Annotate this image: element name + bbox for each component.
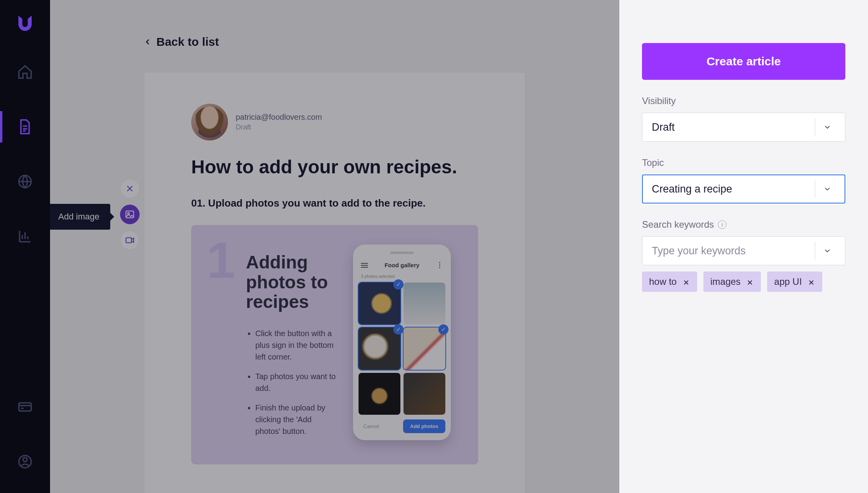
svg-rect-6 xyxy=(126,238,131,243)
author-avatar xyxy=(191,104,228,140)
add-video-button[interactable] xyxy=(120,230,140,250)
add-image-button[interactable] xyxy=(120,205,140,224)
content-bullet: Click the button with a plus sign in the… xyxy=(255,327,337,363)
author-row: patricia@foodlovers.com Draft xyxy=(191,104,478,140)
chevron-down-icon xyxy=(819,185,836,193)
visibility-label: Visibility xyxy=(642,95,845,106)
remove-tag-icon[interactable] xyxy=(746,278,754,286)
nav-document[interactable] xyxy=(0,111,50,142)
select-divider xyxy=(815,118,815,136)
keyword-tags: how to images app UI xyxy=(642,272,845,292)
phone-photo-cell xyxy=(404,373,445,415)
article-card: patricia@foodlovers.com Draft How to add… xyxy=(144,72,525,493)
hamburger-icon xyxy=(361,263,368,268)
phone-photo-cell xyxy=(359,373,400,415)
content-number: 1 xyxy=(207,235,235,286)
phone-photo-cell xyxy=(359,327,400,369)
main-area: Back to list patricia@foodlovers.com Dra… xyxy=(50,0,619,493)
nav-card[interactable] xyxy=(0,391,50,423)
select-divider xyxy=(815,180,815,198)
keyword-tag: app UI xyxy=(767,272,822,292)
content-bullet-list: Click the button with a plus sign in the… xyxy=(246,327,337,437)
phone-header-title: Food gallery xyxy=(384,262,419,268)
topic-label: Topic xyxy=(642,157,845,168)
nav-profile[interactable] xyxy=(0,446,50,477)
phone-photo-cell xyxy=(404,327,445,369)
select-divider xyxy=(815,242,815,260)
keywords-label: Search keywords i xyxy=(642,219,845,230)
keywords-field: Search keywords i Type your keywords how… xyxy=(642,219,845,292)
topic-value: Creating a recipe xyxy=(652,183,815,195)
topic-select[interactable]: Creating a recipe xyxy=(642,175,845,203)
phone-photo-cell xyxy=(359,282,400,324)
chevron-left-icon xyxy=(144,35,152,49)
nav-items xyxy=(0,56,50,391)
create-article-button[interactable]: Create article xyxy=(642,43,845,80)
nav-globe[interactable] xyxy=(0,166,50,197)
float-tools xyxy=(120,179,140,250)
topic-field: Topic Creating a recipe xyxy=(642,157,845,203)
settings-panel: Create article Visibility Draft Topic Cr… xyxy=(619,0,868,493)
keyword-tag: images xyxy=(703,272,761,292)
svg-rect-4 xyxy=(126,211,134,218)
nav-bottom xyxy=(0,391,50,493)
chevron-down-icon xyxy=(819,123,836,131)
back-label: Back to list xyxy=(156,35,219,49)
phone-notch xyxy=(390,252,414,254)
keyword-tag-label: images xyxy=(710,276,741,287)
phone-photo-grid xyxy=(359,282,445,415)
remove-tag-icon[interactable] xyxy=(682,278,690,286)
nav-analytics[interactable] xyxy=(0,221,50,252)
svg-point-3 xyxy=(23,458,27,462)
nav-home[interactable] xyxy=(0,56,50,88)
keywords-input[interactable]: Type your keywords xyxy=(642,236,845,265)
phone-add-button: Add photos xyxy=(403,419,445,433)
section-header: 01. Upload photos you want to add to the… xyxy=(191,197,478,209)
visibility-field: Visibility Draft xyxy=(642,95,845,142)
author-status: Draft xyxy=(236,123,322,131)
remove-tag-icon[interactable] xyxy=(807,278,815,286)
back-to-list-link[interactable]: Back to list xyxy=(144,35,525,49)
add-image-tooltip: Add image xyxy=(50,204,110,230)
phone-photo-cell xyxy=(404,282,445,324)
visibility-select[interactable]: Draft xyxy=(642,113,845,142)
content-card-title: Adding photos to recipes xyxy=(246,252,337,312)
article-title: How to add your own recipes. xyxy=(191,156,478,178)
keywords-label-text: Search keywords xyxy=(642,219,714,230)
keywords-placeholder: Type your keywords xyxy=(652,245,815,257)
chevron-down-icon xyxy=(819,246,836,255)
logo-icon xyxy=(14,12,36,33)
sidebar xyxy=(0,0,50,493)
close-tool-button[interactable] xyxy=(120,179,140,198)
phone-mockup: Food gallery 3 photos selected xyxy=(353,245,451,440)
visibility-value: Draft xyxy=(652,121,815,133)
content-card: 1 Adding photos to recipes Click the but… xyxy=(191,225,478,464)
phone-cancel-button: Cancel xyxy=(359,420,384,432)
content-bullet: Tap photos you want to add. xyxy=(255,371,337,394)
keyword-tag-label: how to xyxy=(649,276,677,287)
author-email: patricia@foodlovers.com xyxy=(236,113,322,122)
keyword-tag-label: app UI xyxy=(774,276,802,287)
kebab-icon xyxy=(436,262,443,268)
svg-rect-1 xyxy=(19,403,31,411)
keyword-tag: how to xyxy=(642,272,697,292)
info-icon[interactable]: i xyxy=(718,220,726,229)
content-bullet: Finish the upload by clicking the 'Add p… xyxy=(255,402,337,437)
